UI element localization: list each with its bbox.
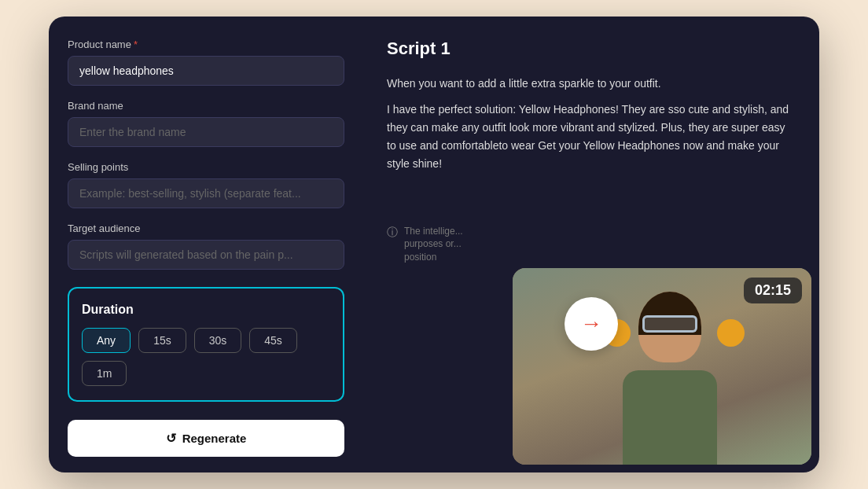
arrow-circle[interactable]: → (565, 297, 618, 351)
brand-name-input[interactable] (68, 117, 344, 147)
main-container: Product name * Brand name Selling points… (49, 17, 819, 472)
timer-badge: 02:15 (744, 278, 802, 303)
arrow-icon: → (580, 311, 602, 336)
body (623, 370, 717, 465)
left-panel: Product name * Brand name Selling points… (49, 17, 363, 472)
glasses (642, 315, 697, 333)
selling-points-group: Selling points (68, 161, 344, 208)
target-audience-label: Target audience (68, 222, 344, 234)
brand-name-group: Brand name (68, 100, 344, 147)
info-icon: ⓘ (387, 226, 398, 240)
product-name-label: Product name * (68, 39, 344, 50)
target-audience-group: Target audience (68, 222, 344, 270)
info-text: The intellige...purposes or...position (404, 225, 463, 264)
duration-title: Duration (82, 303, 330, 317)
script-title: Script 1 (387, 39, 796, 59)
target-audience-input[interactable] (68, 240, 344, 270)
regenerate-button[interactable]: ↺ Regenerate (68, 420, 344, 457)
duration-buttons-group: Any 15s 30s 45s 1m (82, 328, 330, 386)
product-name-group: Product name * (68, 39, 344, 86)
duration-btn-any[interactable]: Any (82, 328, 131, 353)
script-paragraph-1: When you want to add a little extra spar… (387, 75, 796, 93)
selling-points-input[interactable] (68, 178, 344, 208)
product-name-input[interactable] (68, 56, 344, 86)
right-panel: Script 1 When you want to add a little e… (363, 17, 819, 472)
duration-btn-30s[interactable]: 30s (194, 328, 242, 353)
head (638, 292, 701, 362)
brand-name-label: Brand name (68, 100, 344, 112)
headphone-right (717, 319, 745, 347)
video-card: 02:15 (513, 268, 811, 465)
duration-box: Duration Any 15s 30s 45s 1m (68, 287, 344, 402)
script-paragraph-2: I have the perfect solution: Yellow Head… (387, 101, 796, 173)
video-placeholder: 02:15 (513, 268, 811, 465)
duration-btn-1m[interactable]: 1m (82, 361, 127, 386)
regenerate-label: Regenerate (182, 432, 247, 445)
regenerate-icon: ↺ (166, 431, 176, 446)
info-bar: ⓘ The intellige...purposes or...position (387, 225, 819, 264)
required-marker: * (134, 39, 138, 50)
duration-btn-15s[interactable]: 15s (138, 328, 186, 353)
selling-points-label: Selling points (68, 161, 344, 173)
duration-btn-45s[interactable]: 45s (249, 328, 297, 353)
